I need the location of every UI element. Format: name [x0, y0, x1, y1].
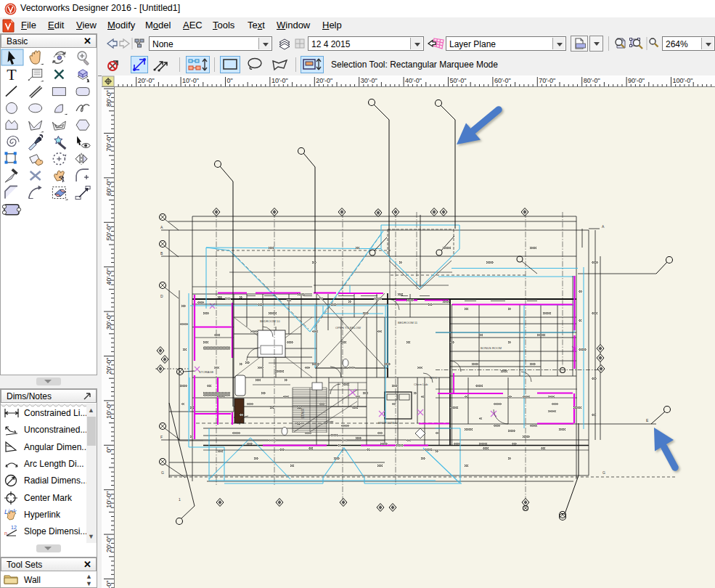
svg-text:80'-0": 80'-0"	[105, 90, 113, 107]
svg-text:100'-0": 100'-0"	[673, 77, 693, 84]
svg-text:30'-0": 30'-0"	[361, 77, 377, 84]
svg-text:40'-0": 40'-0"	[105, 269, 113, 285]
svg-text:0": 0"	[105, 446, 113, 452]
svg-text:30'-0": 30'-0"	[105, 581, 113, 588]
svg-text:BEDROOM 11: BEDROOM 11	[398, 321, 418, 324]
svg-text:10'-0": 10'-0"	[271, 77, 288, 84]
svg-text:20'-0": 20'-0"	[105, 536, 113, 552]
svg-text:F: F	[160, 435, 163, 439]
svg-text:40'-0": 40'-0"	[405, 77, 422, 84]
svg-text:60'-0": 60'-0"	[494, 77, 511, 84]
svg-text:W.I.C.: W.I.C.	[430, 376, 438, 380]
svg-text:10'-0": 10'-0"	[105, 491, 113, 508]
svg-text:BONUS ROOM: BONUS ROOM	[481, 346, 502, 350]
svg-text:STAIR: STAIR	[301, 408, 305, 419]
svg-text:60'-0": 60'-0"	[105, 179, 113, 196]
svg-text:D: D	[160, 294, 163, 298]
svg-text:12: 12	[11, 525, 17, 530]
svg-text:50'-0": 50'-0"	[105, 224, 113, 240]
svg-text:20'-0": 20'-0"	[105, 358, 113, 375]
svg-text:50'-0": 50'-0"	[450, 77, 467, 84]
svg-text:STORAGE: STORAGE	[199, 370, 214, 374]
svg-text:80'-0": 80'-0"	[584, 77, 600, 84]
svg-text:0": 0"	[227, 77, 233, 84]
svg-text:BEDROOM 10: BEDROOM 10	[260, 319, 280, 323]
svg-text:20'-0": 20'-0"	[316, 77, 332, 84]
svg-text:BEDROOM 14: BEDROOM 14	[378, 421, 399, 425]
svg-text:10'-0": 10'-0"	[105, 402, 113, 419]
svg-text:10'-0": 10'-0"	[182, 77, 199, 84]
svg-text:OPEN TO BELOW: OPEN TO BELOW	[335, 326, 361, 330]
svg-text:90'-0": 90'-0"	[628, 77, 645, 84]
svg-text:Chem Lab: Chem Lab	[414, 383, 428, 386]
svg-text:20'-0": 20'-0"	[138, 77, 155, 84]
svg-text:70'-0": 70'-0"	[539, 77, 555, 84]
svg-text:70'-0": 70'-0"	[105, 135, 113, 152]
svg-text:G: G	[161, 470, 164, 475]
svg-text:T: T	[7, 65, 17, 83]
svg-text:n: n	[4, 531, 7, 536]
svg-text:30'-0": 30'-0"	[105, 313, 113, 330]
svg-text:1: 1	[179, 497, 181, 502]
svg-text:G: G	[602, 470, 605, 475]
